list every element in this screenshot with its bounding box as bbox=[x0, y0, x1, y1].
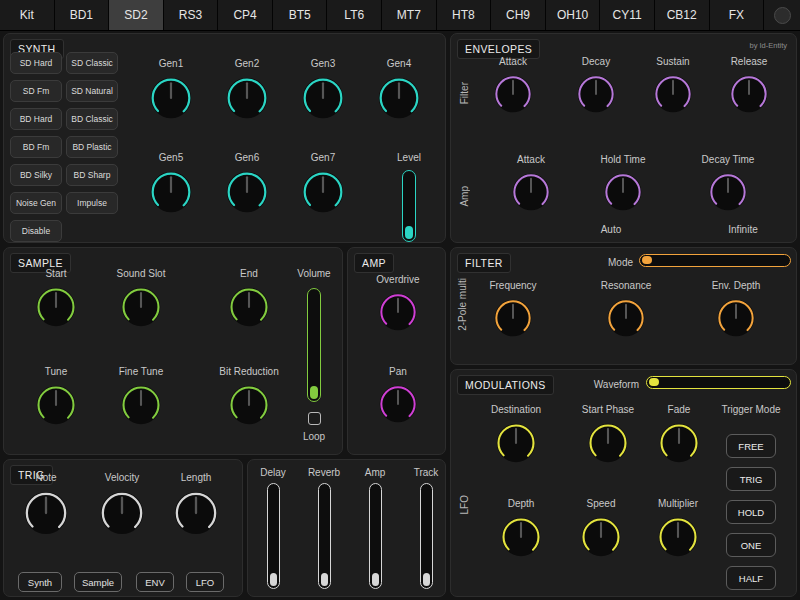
tab-bd1[interactable]: BD1 bbox=[55, 0, 110, 30]
filter-decay-knob-label: Decay bbox=[582, 56, 610, 67]
tab-bt5[interactable]: BT5 bbox=[273, 0, 328, 30]
filter-type-label: 2-Pole multi bbox=[457, 278, 468, 331]
tab-ch9[interactable]: CH9 bbox=[491, 0, 546, 30]
sound-slot-knob[interactable] bbox=[120, 286, 162, 328]
trig-lfo-button[interactable]: LFO bbox=[186, 572, 224, 592]
tab-cp4[interactable]: CP4 bbox=[218, 0, 273, 30]
sd-natural-button[interactable]: SD Natural bbox=[66, 80, 118, 102]
amp-send-slider[interactable] bbox=[369, 483, 382, 589]
tune-knob[interactable] bbox=[35, 384, 77, 426]
disable-button[interactable]: Disable bbox=[10, 220, 62, 242]
gen1-knob[interactable] bbox=[149, 76, 193, 120]
record-button[interactable] bbox=[774, 7, 791, 24]
gen6-knob-label: Gen6 bbox=[235, 152, 259, 163]
amp-attack-knob[interactable] bbox=[511, 172, 551, 212]
tab-cy11[interactable]: CY11 bbox=[600, 0, 655, 30]
bd-sharp-button[interactable]: BD Sharp bbox=[66, 164, 118, 186]
filter-sustain-knob-label: Sustain bbox=[656, 56, 689, 67]
tab-mt7[interactable]: MT7 bbox=[382, 0, 437, 30]
sd-hard-button[interactable]: SD Hard bbox=[10, 52, 62, 74]
end-knob-label: End bbox=[240, 268, 258, 279]
amp-hold-time-knob[interactable] bbox=[603, 172, 643, 212]
tab-cb12[interactable]: CB12 bbox=[655, 0, 710, 30]
trigger-half-button[interactable]: HALF bbox=[726, 566, 776, 590]
bit-reduction-knob[interactable] bbox=[228, 384, 270, 426]
delay-send-slider[interactable] bbox=[267, 483, 280, 589]
tab-ht8[interactable]: HT8 bbox=[437, 0, 492, 30]
filter-section-label: Filter bbox=[459, 82, 470, 104]
sound-slot-knob-label: Sound Slot bbox=[117, 268, 166, 279]
filter-mode-slider[interactable] bbox=[639, 254, 791, 267]
destination-knob[interactable] bbox=[495, 422, 537, 464]
tab-oh10[interactable]: OH10 bbox=[546, 0, 601, 30]
trig-synth-button[interactable]: Synth bbox=[18, 572, 62, 592]
overdrive-knob[interactable] bbox=[378, 292, 418, 332]
tab-sd2[interactable]: SD2 bbox=[109, 0, 164, 30]
filter-decay-knob[interactable] bbox=[576, 74, 616, 114]
trigger-one-button[interactable]: ONE bbox=[726, 533, 776, 557]
fade-knob[interactable] bbox=[658, 422, 700, 464]
end-knob[interactable] bbox=[228, 286, 270, 328]
volume-slider[interactable] bbox=[307, 288, 321, 402]
gen1-knob-label: Gen1 bbox=[159, 58, 183, 69]
gen2-knob[interactable] bbox=[225, 76, 269, 120]
frequency-knob[interactable] bbox=[493, 298, 533, 338]
start-phase-knob[interactable] bbox=[587, 422, 629, 464]
tab-rs3[interactable]: RS3 bbox=[164, 0, 219, 30]
env-depth-knob[interactable] bbox=[716, 298, 756, 338]
trig-sample-button[interactable]: Sample bbox=[74, 572, 122, 592]
filter-attack-knob[interactable] bbox=[493, 74, 533, 114]
filter-release-knob[interactable] bbox=[729, 74, 769, 114]
destination-knob-label: Destination bbox=[491, 404, 541, 415]
bd-fm-button[interactable]: BD Fm bbox=[10, 136, 62, 158]
tab-lt6[interactable]: LT6 bbox=[327, 0, 382, 30]
record-slot bbox=[764, 0, 800, 30]
trigger-trig-button[interactable]: TRIG bbox=[726, 467, 776, 491]
note-knob[interactable] bbox=[23, 490, 69, 536]
level-slider-label: Level bbox=[371, 152, 447, 163]
trigger-hold-button[interactable]: HOLD bbox=[726, 500, 776, 524]
speed-knob[interactable] bbox=[580, 516, 622, 558]
sd-classic-button[interactable]: SD Classic bbox=[66, 52, 118, 74]
length-knob-label: Length bbox=[181, 472, 212, 483]
amp-panel-title: AMP bbox=[354, 253, 394, 273]
filter-sustain-knob[interactable] bbox=[653, 74, 693, 114]
track-send-slider[interactable] bbox=[420, 483, 433, 589]
loop-toggle[interactable] bbox=[308, 412, 321, 425]
bd-plastic-button[interactable]: BD Plastic bbox=[66, 136, 118, 158]
bd-silky-button[interactable]: BD Silky bbox=[10, 164, 62, 186]
depth-knob-label: Depth bbox=[508, 498, 535, 509]
velocity-knob[interactable] bbox=[99, 490, 145, 536]
reverb-send-slider[interactable] bbox=[318, 483, 331, 589]
gen6-knob[interactable] bbox=[225, 170, 269, 214]
drum-synth-app: Kit BD1 SD2 RS3 CP4 BT5 LT6 MT7 HT8 CH9 … bbox=[0, 0, 800, 600]
start-phase-knob-label: Start Phase bbox=[582, 404, 634, 415]
amp-panel: AMP Overdrive Pan bbox=[347, 247, 446, 455]
amp-decay-time-knob[interactable] bbox=[708, 172, 748, 212]
gen3-knob[interactable] bbox=[301, 76, 345, 120]
depth-knob[interactable] bbox=[500, 516, 542, 558]
filter-release-knob-label: Release bbox=[731, 56, 768, 67]
impulse-button[interactable]: Impulse bbox=[66, 192, 118, 214]
length-knob[interactable] bbox=[173, 490, 219, 536]
trig-env-button[interactable]: ENV bbox=[136, 572, 174, 592]
pan-knob[interactable] bbox=[378, 384, 418, 424]
trigger-free-button[interactable]: FREE bbox=[726, 434, 776, 458]
level-slider[interactable] bbox=[402, 170, 416, 242]
waveform-slider[interactable] bbox=[646, 376, 791, 389]
sd-fm-button[interactable]: SD Fm bbox=[10, 80, 62, 102]
multiplier-knob-label: Multiplier bbox=[658, 498, 698, 509]
bd-classic-button[interactable]: BD Classic bbox=[66, 108, 118, 130]
gen4-knob[interactable] bbox=[377, 76, 421, 120]
fine-tune-knob[interactable] bbox=[120, 384, 162, 426]
tab-fx[interactable]: FX bbox=[710, 0, 765, 30]
gen7-knob[interactable] bbox=[301, 170, 345, 214]
noise-gen-button[interactable]: Noise Gen bbox=[10, 192, 62, 214]
gen5-knob[interactable] bbox=[149, 170, 193, 214]
bd-hard-button[interactable]: BD Hard bbox=[10, 108, 62, 130]
synth-panel: SYNTH SD Hard SD Fm BD Hard BD Fm BD Sil… bbox=[3, 33, 446, 243]
multiplier-knob[interactable] bbox=[657, 516, 699, 558]
resonance-knob[interactable] bbox=[606, 298, 646, 338]
start-knob[interactable] bbox=[35, 286, 77, 328]
tab-kit[interactable]: Kit bbox=[0, 0, 55, 30]
